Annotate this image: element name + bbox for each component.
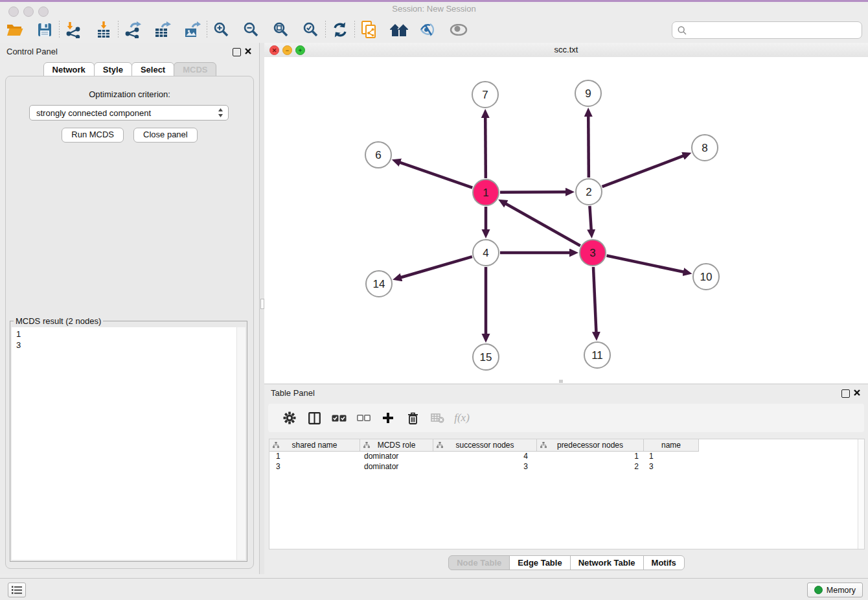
table-row[interactable]: 3dominator323 [269, 461, 858, 472]
refresh-layout-icon[interactable] [330, 20, 350, 40]
column-header-successor-nodes[interactable]: successor nodes [433, 439, 537, 451]
import-table-icon[interactable] [94, 20, 113, 40]
table-tabs: Node TableEdge TableNetwork TableMotifs [264, 555, 868, 570]
unselect-all-columns-icon[interactable] [351, 407, 376, 429]
column-header-mcds-role[interactable]: MCDS role [360, 439, 433, 451]
edge-1-2[interactable] [500, 192, 566, 192]
export-image-icon[interactable] [183, 20, 202, 40]
edge-3-1[interactable] [505, 203, 580, 246]
edge-4-14[interactable] [401, 257, 472, 277]
mcds-result-list[interactable]: 13 [12, 327, 246, 560]
edge-3-10[interactable] [607, 256, 684, 272]
tab-node-table[interactable]: Node Table [448, 555, 510, 570]
table-close-panel-icon[interactable] [852, 388, 862, 397]
zoom-window-button[interactable] [38, 6, 49, 17]
node-9[interactable]: 9 [575, 80, 601, 106]
table-options-gear-icon[interactable] [277, 407, 302, 429]
task-history-button[interactable] [8, 583, 26, 597]
tab-edge-table[interactable]: Edge Table [509, 555, 570, 570]
hide-graphics-details-icon[interactable] [419, 20, 439, 40]
close-panel-button[interactable]: Close panel [133, 128, 198, 143]
network-window-title: scc.txt [264, 43, 868, 56]
node-2[interactable]: 2 [576, 179, 602, 205]
table-row[interactable]: 1dominator411 [269, 451, 858, 461]
criterion-value: strongly connected component [30, 108, 218, 118]
edge-1-7[interactable] [485, 117, 486, 178]
zoom-out-icon[interactable] [242, 20, 261, 40]
node-7[interactable]: 7 [472, 82, 498, 108]
quick-search[interactable] [672, 21, 862, 39]
table-float-panel-icon[interactable] [841, 389, 850, 398]
node-3[interactable]: 3 [580, 240, 606, 266]
edge-2-3[interactable] [589, 206, 591, 230]
show-graphics-details-icon[interactable] [449, 20, 468, 40]
result-scrollbar[interactable] [236, 327, 246, 560]
column-header-shared-name[interactable]: shared name [269, 439, 360, 451]
apply-function-icon[interactable]: f(x) [450, 407, 474, 429]
cell[interactable]: dominator [360, 461, 433, 472]
criterion-dropdown[interactable]: strongly connected component [29, 105, 229, 121]
node-10[interactable]: 10 [693, 264, 719, 290]
cell[interactable]: dominator [360, 451, 433, 461]
cell[interactable]: 1 [269, 451, 360, 461]
import-network-icon[interactable] [64, 20, 84, 40]
search-input[interactable] [687, 25, 862, 35]
delete-row-icon[interactable] [400, 407, 425, 429]
tab-network-table[interactable]: Network Table [570, 555, 644, 570]
cell[interactable]: 1 [644, 451, 699, 461]
run-mcds-button[interactable]: Run MCDS [62, 128, 124, 143]
save-session-icon[interactable] [35, 20, 54, 40]
home-icon[interactable] [389, 20, 409, 40]
node-11[interactable]: 11 [584, 342, 610, 368]
node-1[interactable]: 1 [473, 179, 499, 205]
horizontal-splitter-handle[interactable] [559, 380, 563, 383]
close-window-button[interactable] [8, 6, 19, 17]
zoom-fit-icon[interactable] [271, 20, 291, 40]
minimize-window-button[interactable] [23, 6, 34, 17]
new-network-from-selection-icon[interactable] [360, 20, 379, 40]
node-4[interactable]: 4 [473, 240, 499, 266]
svg-text:6: 6 [375, 149, 381, 161]
node-14[interactable]: 14 [366, 271, 392, 297]
memory-button[interactable]: Memory [807, 583, 863, 597]
network-canvas[interactable]: 7968124314101511 [264, 57, 868, 384]
show-columns-icon[interactable] [302, 407, 326, 429]
cell[interactable]: 3 [433, 461, 537, 472]
node-table[interactable]: shared nameMCDS rolesuccessor nodesprede… [269, 439, 865, 549]
node-8[interactable]: 8 [692, 135, 718, 161]
zoom-selected-icon[interactable] [301, 20, 321, 40]
cell[interactable]: 2 [537, 461, 644, 472]
main-titlebar[interactable]: Session: New Session [0, 2, 868, 17]
export-table-icon[interactable] [153, 20, 172, 40]
network-window-titlebar[interactable]: ✕ − + scc.txt [264, 43, 868, 58]
cell[interactable]: 3 [644, 461, 699, 472]
close-panel-icon[interactable] [244, 47, 253, 56]
table-panel-header: Table Panel [264, 384, 868, 402]
node-6[interactable]: 6 [365, 142, 391, 168]
svg-text:9: 9 [585, 87, 591, 100]
node-15[interactable]: 15 [473, 344, 499, 370]
table-scrollbar[interactable] [858, 439, 864, 549]
zoom-in-icon[interactable] [212, 20, 231, 40]
edge-2-8[interactable] [602, 156, 684, 187]
cell[interactable]: 3 [269, 461, 360, 472]
cell[interactable]: 4 [433, 451, 537, 461]
open-session-icon[interactable] [5, 20, 25, 40]
edge-1-6[interactable] [400, 163, 472, 188]
session-title: Session: New Session [0, 2, 868, 16]
column-header-predecessor-nodes[interactable]: predecessor nodes [537, 439, 644, 451]
float-panel-icon[interactable] [233, 48, 241, 56]
delete-table-icon[interactable] [425, 407, 450, 429]
select-all-columns-icon[interactable] [326, 407, 351, 429]
edge-3-11[interactable] [593, 267, 596, 332]
tab-motifs[interactable]: Motifs [643, 555, 685, 570]
network-graph[interactable]: 7968124314101511 [264, 57, 868, 384]
table-panel: Table Panel [264, 384, 868, 576]
edge-2-9[interactable] [588, 116, 589, 178]
column-header-name[interactable]: name [644, 439, 699, 451]
cell[interactable]: 1 [537, 451, 644, 461]
export-network-icon[interactable] [123, 20, 143, 40]
control-panel-title: Control Panel [6, 47, 58, 56]
application-window: Session: New Session [0, 0, 868, 600]
add-row-icon[interactable] [376, 407, 400, 429]
